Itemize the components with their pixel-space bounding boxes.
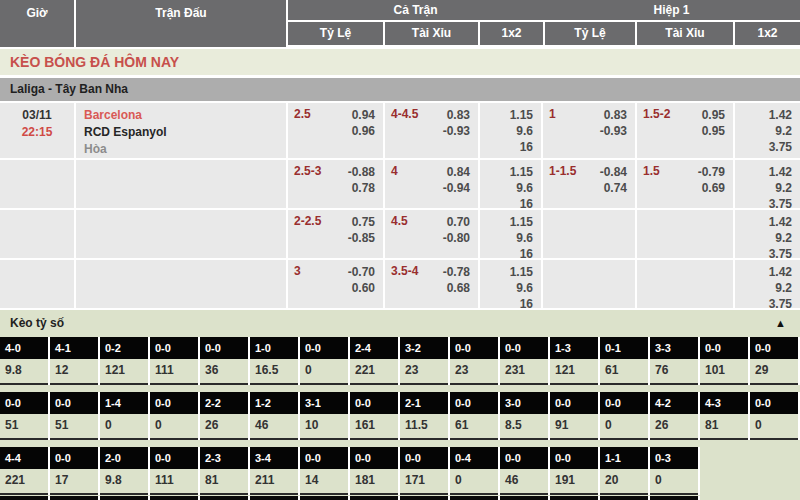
score-odds-cell[interactable]: 0-0231 <box>500 337 550 385</box>
score-label: 4-4 <box>0 447 48 469</box>
score-odds-cell[interactable]: 0-036 <box>200 337 250 385</box>
odds-1x2-value: 9.2 <box>735 280 792 296</box>
score-odds-cell[interactable]: 4-381 <box>700 392 750 440</box>
score-row: 0-0510-0511-400-002-2261-2463-1100-01612… <box>0 392 800 440</box>
score-odds-cell[interactable]: 0-00 <box>150 392 200 440</box>
score-odds-cell[interactable]: 0-0181 <box>350 447 400 495</box>
odds-value-bottom: 0.95 <box>702 123 725 139</box>
h1-overunder-cell[interactable]: 1.5-20.950.95 <box>637 103 735 158</box>
away-team[interactable]: RCD Espanyol <box>84 124 286 141</box>
score-odds-cell[interactable]: 4-09.8 <box>0 337 50 385</box>
odds-value-bottom: -0.93 <box>600 123 627 139</box>
ft-1x2-cell[interactable]: 1.159.616 <box>480 160 543 208</box>
match-time-cell <box>0 160 76 208</box>
h1-1x2-cell[interactable]: 1.429.23.75 <box>735 160 800 208</box>
score-odds-cell[interactable]: 4-4221 <box>0 447 50 495</box>
odds-values: -0.880.78 <box>348 164 375 208</box>
score-label: 0-0 <box>200 337 248 359</box>
score-odds-cell[interactable]: 1-40 <box>100 392 150 440</box>
h1-handicap-cell[interactable]: 10.83-0.93 <box>543 103 637 158</box>
odds-value-top: -0.84 <box>600 164 627 180</box>
score-odds-cell[interactable]: 0-00 <box>750 392 800 440</box>
score-odds-cell[interactable]: 0-017 <box>50 447 100 495</box>
ft-overunder-cell[interactable]: 3.5-4-0.780.68 <box>385 260 480 308</box>
match-odds-row: 3-0.700.603.5-4-0.780.681.159.6161.429.2… <box>0 260 800 308</box>
score-odds-cell[interactable]: 0-0111 <box>150 337 200 385</box>
h1-1x2-cell[interactable]: 1.429.23.75 <box>735 260 800 308</box>
score-odds-cell[interactable]: 0-40 <box>450 447 500 495</box>
score-odds-cell[interactable]: 3-08.5 <box>500 392 550 440</box>
score-odds-cell[interactable]: 4-226 <box>650 392 700 440</box>
score-odds-cell[interactable]: 0-2121 <box>100 337 150 385</box>
score-odds-value: 191 <box>550 469 598 495</box>
h1-handicap-cell[interactable]: 1-1.5-0.840.74 <box>543 160 637 208</box>
score-odds-cell[interactable]: 1-120 <box>600 447 650 495</box>
score-odds-cell[interactable]: 3-4211 <box>250 447 300 495</box>
collapse-arrow-icon[interactable]: ▲ <box>775 310 786 337</box>
score-odds-cell[interactable]: 2-381 <box>200 447 250 495</box>
score-odds-cell[interactable]: 0-046 <box>500 447 550 495</box>
score-odds-cell[interactable]: 0-00 <box>600 392 650 440</box>
score-label: 0-4 <box>450 447 498 469</box>
score-odds-cell[interactable]: 2-09.8 <box>100 447 150 495</box>
score-label: 1-2 <box>250 392 298 414</box>
score-odds-cell[interactable]: 1-3121 <box>550 337 600 385</box>
ft-1x2-cell[interactable]: 1.159.616 <box>480 103 543 158</box>
ft-overunder-cell[interactable]: 40.84-0.94 <box>385 160 480 208</box>
odds-value-bottom: 0.69 <box>698 180 725 196</box>
score-odds-value: 10 <box>300 414 348 440</box>
score-odds-cell[interactable]: 0-029 <box>750 337 800 385</box>
odds-value-bottom: 0.96 <box>352 123 375 139</box>
score-odds-cell[interactable]: 0-0101 <box>700 337 750 385</box>
score-odds-value: 26 <box>650 414 698 440</box>
h1-overunder-cell[interactable]: 1.5-0.790.69 <box>637 160 735 208</box>
score-odds-cell[interactable]: 0-091 <box>550 392 600 440</box>
match-time-cell <box>0 260 76 308</box>
score-row: 4-42210-0172-09.80-01112-3813-42110-0140… <box>0 447 800 495</box>
ft-overunder-cell[interactable]: 4-4.50.83-0.93 <box>385 103 480 158</box>
score-odds-value: 0 <box>300 359 348 385</box>
score-odds-cell[interactable]: 0-0191 <box>550 447 600 495</box>
match-time-cell <box>0 210 76 258</box>
score-odds-cell[interactable]: 1-246 <box>250 392 300 440</box>
odds-values: -0.700.60 <box>348 264 375 308</box>
score-odds-cell[interactable]: 0-014 <box>300 447 350 495</box>
score-odds-cell-empty <box>750 447 800 495</box>
odds-value-top: -0.88 <box>348 164 375 180</box>
ft-handicap-cell[interactable]: 3-0.700.60 <box>288 260 385 308</box>
score-label: 3-0 <box>500 392 548 414</box>
odds-line: 1.5-2 <box>643 107 670 158</box>
ft-handicap-cell[interactable]: 2.50.940.96 <box>288 103 385 158</box>
match-teams-cell[interactable]: BarcelonaRCD EspanyolHòa <box>76 103 288 158</box>
score-odds-cell[interactable]: 0-061 <box>450 392 500 440</box>
score-odds-cell[interactable]: 1-016.5 <box>250 337 300 385</box>
score-odds-cell[interactable]: 2-4221 <box>350 337 400 385</box>
score-odds-cell[interactable]: 0-051 <box>0 392 50 440</box>
h1-1x2-cell[interactable]: 1.429.23.75 <box>735 103 800 158</box>
score-odds-cell[interactable]: 0-30 <box>650 447 700 495</box>
score-odds-cell[interactable]: 3-223 <box>400 337 450 385</box>
ft-1x2-cell[interactable]: 1.159.616 <box>480 210 543 258</box>
score-odds-cell[interactable]: 0-023 <box>450 337 500 385</box>
score-odds-cell[interactable]: 0-051 <box>50 392 100 440</box>
ft-handicap-cell[interactable]: 2.5-3-0.880.78 <box>288 160 385 208</box>
score-odds-cell[interactable]: 2-226 <box>200 392 250 440</box>
score-odds-cell[interactable]: 2-111.5 <box>400 392 450 440</box>
score-odds-cell[interactable]: 3-376 <box>650 337 700 385</box>
score-row: 4-09.84-1120-21210-01110-0361-016.50-002… <box>0 337 800 385</box>
h1-1x2-cell[interactable]: 1.429.23.75 <box>735 210 800 258</box>
home-team[interactable]: Barcelona <box>84 107 286 124</box>
ft-1x2-cell[interactable]: 1.159.616 <box>480 260 543 308</box>
score-odds-cell[interactable]: 0-00 <box>300 337 350 385</box>
score-odds-cell[interactable]: 0-0171 <box>400 447 450 495</box>
draw-label[interactable]: Hòa <box>84 141 286 158</box>
score-odds-cell[interactable]: 0-0111 <box>150 447 200 495</box>
score-odds-cell[interactable]: 3-110 <box>300 392 350 440</box>
odds-value-top: 0.70 <box>443 214 470 230</box>
score-odds-cell[interactable]: 0-0161 <box>350 392 400 440</box>
odds-value-top: 0.94 <box>352 107 375 123</box>
ft-overunder-cell[interactable]: 4.50.70-0.80 <box>385 210 480 258</box>
ft-handicap-cell[interactable]: 2-2.50.75-0.85 <box>288 210 385 258</box>
score-odds-cell[interactable]: 0-161 <box>600 337 650 385</box>
score-odds-cell[interactable]: 4-112 <box>50 337 100 385</box>
